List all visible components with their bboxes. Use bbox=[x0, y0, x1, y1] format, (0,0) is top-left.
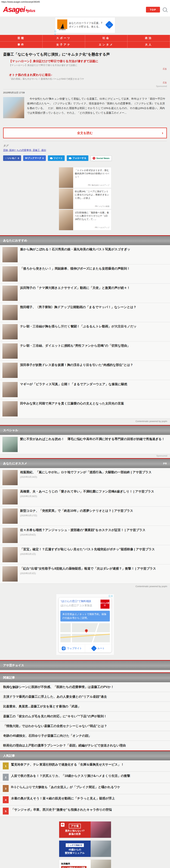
top-button[interactable]: TOP bbox=[146, 7, 160, 12]
article-list-item[interactable]: 服から胸がこぼれる！石川秀美の娘・薬丸玲美の極大バスト写真がスゴすぎッ bbox=[0, 245, 170, 265]
article-date: 2015年5月11日 17:59 bbox=[3, 91, 167, 94]
search-icon[interactable] bbox=[163, 7, 167, 12]
rank-badge: 5 bbox=[3, 808, 9, 814]
article-thumbnail bbox=[2, 470, 18, 485]
article-list-item[interactable]: 相葉雅紀、「嵐にしやがれ」ロケ地でファンが「迷惑行為」大騒動の一部始終 | アサ… bbox=[0, 468, 170, 487]
rank-badge: 3 bbox=[3, 785, 9, 792]
sponsored-ad-item[interactable]: 杉山愛(44)「ニベアに混ぜてシミに塗るだけなのよ」簡単すぎるシミ消し...が炎… bbox=[59, 188, 111, 209]
sponsored-ad-item[interactable]: 1日2回食後に「脂肪食べる菌」食べたら数日でガリガリに!?「1日16円だなんて.… bbox=[59, 210, 111, 230]
article-link[interactable]: 映画化の理由は上戸彩の濃厚ラブシーンか？「昼顔」続編がテレビで放送されない理由 bbox=[0, 741, 170, 750]
ranked-article[interactable]: 2 人前で夜の営みを！？沢尻エリカ、「18歳からクスリ漬け&ハメまくり生活」の衝… bbox=[0, 772, 170, 783]
text-ad-sub[interactable]: 「顔の黒垢」落ち方がヤバい！新発売の生バームがSNSで絶賛されるワケ bbox=[9, 78, 167, 81]
autobacs-word: AUTOBACS bbox=[57, 29, 67, 30]
tag-link[interactable]: 医師たちの恋愛事情 bbox=[9, 149, 33, 152]
twitter-bird-icon bbox=[69, 157, 72, 159]
facebook-like-button[interactable]: ☝ いいね！ 0 bbox=[3, 155, 21, 161]
hoken-logo: ほけんの窓口 bbox=[100, 600, 110, 609]
popin-credit: Contentmatic powered by popIn bbox=[0, 418, 170, 425]
article-list-item[interactable]: 深田恭子が妖艶ドレス姿を披露！胸の渓谷より目を引いた“肉感的な部位”とは？ bbox=[0, 361, 170, 380]
route-icon: → bbox=[91, 646, 97, 651]
ranked-article[interactable]: 1 鷲見玲奈アナ、テレ東退社秒読みで過激化する「生脚＆爆胸見せ大サービス」！ bbox=[0, 761, 170, 772]
map-image[interactable] bbox=[60, 623, 110, 642]
article-link[interactable]: 比嘉愛未、奥菜恵...斎藤工が女を落とす最強の「武器」 bbox=[0, 702, 170, 711]
nav-item[interactable]: エンタメ bbox=[85, 41, 128, 48]
article-thumbnail bbox=[2, 566, 18, 582]
ad-thumbnail bbox=[59, 167, 73, 188]
hatena-bookmark-button[interactable]: B!ブックマーク 0 bbox=[23, 155, 46, 161]
sponsored-ad-item[interactable]: 「トイレが必ず詰まります」飲む腸内洗浄で10年分の宿便がドババッ！ PR / 株… bbox=[59, 167, 111, 188]
article-list-item[interactable]: 佐々木希も唖然？アンジャッシュ・渡部建の“裏素顔”をホステスが証言！ | アサ芸… bbox=[0, 526, 170, 545]
nav-item[interactable]: 社会 bbox=[85, 35, 128, 41]
section-header: 関連記事 bbox=[0, 672, 170, 682]
adchoices-info-icon[interactable]: ⓘ bbox=[54, 30, 56, 33]
read-more-button[interactable]: 全文を読む › bbox=[3, 128, 167, 138]
text-ad-title[interactable]: 【マッハローン】身分証だけで即日で借りる方法が凄すぎて話題に bbox=[9, 59, 167, 63]
section-choice: アサ芸チョイス bbox=[0, 660, 170, 670]
site-header: Asagei + plus TOP bbox=[0, 4, 170, 17]
banner-hair-manual[interactable]: こっそり始める 40歳からの髪対策マニュアル bbox=[59, 840, 111, 857]
article-list-item[interactable]: マギーが「ピラティス写真」公開！「まるでアンダーウエア」な服装に騒然 bbox=[0, 380, 170, 399]
article-link[interactable]: 「情熱大陸」ではわからない斎藤工の全然セクシーじゃない“弱点”とは？ bbox=[0, 721, 170, 731]
nav-item[interactable]: 事件 bbox=[0, 41, 43, 48]
banner-mahjong[interactable]: 中 アサ雀 意外と知らない!?麻雀の世界 bbox=[59, 821, 111, 838]
ad-close-icon[interactable]: X bbox=[54, 33, 56, 36]
ranked-article[interactable]: 3 R-1ぐらんぷりで大惨敗も「あの女芸人」が「ブレイク間近」と囁かれるワケ bbox=[0, 783, 170, 794]
adchoices-info-icon[interactable]: ⓘ bbox=[109, 595, 111, 597]
social-news-button[interactable]: S Social News bbox=[90, 156, 112, 161]
map-ad-hoken[interactable]: ⓘ X “ほけんの窓口”で無料相談 ほけんの窓口アコス草加店 ほけんの窓口 本日… bbox=[56, 594, 114, 655]
text-ad-2[interactable]: オトナ肌の生まれ変わりに着目♪ 「顔の黒垢」落ち方がヤバい！新発売の生バームがS… bbox=[9, 73, 167, 81]
route-button[interactable]: → ルート bbox=[85, 644, 112, 653]
nav-item[interactable]: 大人 bbox=[127, 41, 170, 48]
ad-banner-text: 本日空席あり／ネットで簡単予約。保険の仕組み等からご説明。 bbox=[60, 611, 110, 621]
ad-headline[interactable]: “ほけんの窓口”で無料相談 bbox=[61, 600, 99, 603]
article-link[interactable]: 主演ドラマ爆死の斎藤工に浮上した、あの人妻女優との“リアル昼顔”過去 bbox=[0, 692, 170, 702]
article-list-item[interactable]: 「後ろから突きたい！」岡副麻希、猫伸びポーズにまたも妄想爆発の声殺到！ bbox=[0, 265, 170, 284]
ranked-article[interactable]: 5 「サンジャポ」卒業、西川史子“激痩せ”も指摘されたキャラ作りの苦悩 bbox=[0, 806, 170, 817]
site-logo[interactable]: Asagei + plus bbox=[3, 5, 36, 14]
banner-doctor[interactable]: 秋津壽男 オトコの悩みをズバリ回答 「どっち?」の健康学 bbox=[59, 860, 111, 868]
nav-item[interactable]: 政治 bbox=[127, 35, 170, 41]
article-link[interactable]: 斎藤工の「彼女のムダ毛を見た時の対応」に“キモい”“下品”の声が殺到！ bbox=[0, 712, 170, 721]
article-thumbnail bbox=[2, 437, 18, 452]
article-list-item[interactable]: 浜田翔子の「ナマ脚大開きエクササイズ」動画に「天使」と激賞の声が続々！ bbox=[0, 284, 170, 303]
text-ad-sub[interactable]: 【マッハローン】身分証だけで即日で借りる方法が凄すぎて話題に bbox=[9, 64, 167, 67]
section-header: アサ芸チョイス bbox=[0, 660, 170, 670]
article-list-item[interactable]: テレ朝・三谷紬が胸を揺らし汗だく奮闘！「ぶるるんトレ動画」が大注目モノだッ bbox=[0, 322, 170, 341]
tag-link[interactable]: 芸能 bbox=[3, 149, 9, 152]
section-special: スペシャル 髪に不安があればこれを読め！ 薄毛に悩む中高年の不満に対する専門家の… bbox=[0, 425, 170, 457]
text-ad-title[interactable]: オトナ肌の生まれ変わりに着目♪ bbox=[9, 73, 167, 77]
nav-item[interactable]: 芸能 bbox=[0, 35, 43, 41]
text-ad-1[interactable]: 【マッハローン】身分証だけで即日で借りる方法が凄すぎて話題に 【マッハローン】身… bbox=[9, 59, 167, 67]
nav-item[interactable]: 女子アナ bbox=[43, 41, 85, 48]
header-ad[interactable]: AUTOBACS あなたのカーライフを応援。Tポイントが貯まる。使える。 → ⓘ… bbox=[55, 17, 115, 33]
ad-title: 杉山愛(44)「ニベアに混ぜてシミに塗るだけなのよ」簡単すぎるシミ消し...が炎… bbox=[75, 190, 110, 200]
tag-link[interactable]: 斎藤工 bbox=[33, 149, 41, 152]
globe-icon bbox=[61, 646, 66, 650]
ad-arrow-icon[interactable]: → bbox=[105, 21, 113, 29]
tweet-button[interactable]: ツイート bbox=[48, 155, 65, 161]
tag-links: 芸能医師たちの恋愛事情斎藤工昼顔 bbox=[3, 149, 167, 152]
article-list-item[interactable]: 熊田曜子、〈男子禁制〉胸ドアップ公開動画の「まるでマッパ！」なシーンとは？ bbox=[0, 303, 170, 322]
ranked-article[interactable]: 4 水着の奥が見えそう！菜々緒の肌見せ動画に「チラっと見え」疑惑が浮上 bbox=[0, 794, 170, 806]
sponsored-content-ads: 「トイレが必ず詰まります」飲む腸内洗浄で10年分の宿便がドババッ！ PR / 株… bbox=[0, 165, 170, 235]
tag-link[interactable]: 昼顔 bbox=[41, 149, 46, 152]
ad-close-icon[interactable]: X bbox=[111, 595, 113, 597]
article-list-item[interactable]: 新型コロナ、「突然変異」で「終息10年」の悪夢シナリオとは？ | アサ芸プラス … bbox=[0, 506, 170, 526]
nav-item[interactable]: スポーツ bbox=[43, 35, 85, 41]
section-header: スペシャル bbox=[0, 425, 170, 435]
article-list-item[interactable]: 田中みな実と同期で局アナを貫く江藤愛の心の支えとなった太田光の言葉 bbox=[0, 399, 170, 418]
special-item[interactable]: 髪に不安があればこれを読め！ 薄毛に悩む中高年の不満に対する専門家の回答が的確で… bbox=[0, 435, 170, 454]
website-button[interactable]: ウェブサイト bbox=[59, 644, 85, 653]
article-list-item[interactable]: テレ朝・三谷紬、ダイエットに挑戦も“男性ファンから悲鳴”の「切実な理由」 bbox=[0, 341, 170, 361]
main-nav: 芸能スポーツ社会政治事件女子アナエンタメ大人 bbox=[0, 35, 170, 48]
article-thumbnail bbox=[2, 382, 18, 397]
article-link[interactable]: 奇跡の45歳独女、石田ゆり子が斎藤工に向けた「オンナの顔」 bbox=[0, 731, 170, 741]
banner-photo bbox=[91, 841, 111, 857]
follow-button[interactable]: フォローする bbox=[67, 155, 88, 161]
article-thumbnail bbox=[2, 363, 18, 378]
article-list-item[interactable]: 「至宝」確定！？広瀬すずが恥じらい見せた“バスト先端突起がポチッ”疑惑映像 | … bbox=[0, 545, 170, 564]
article-list-item[interactable]: 「紅白“出場”女性歌手ら8芸能人の薬物疑惑」報道で「次はダレが逮捕？」衝撃！ |… bbox=[0, 564, 170, 584]
article-link[interactable]: 執拗な触診シーンに医師が不快感、「医師たちの恋愛事情」は斎藤工のPVか！ bbox=[0, 682, 170, 692]
article-list-item[interactable]: 高橋愛、夫・あべこうじの「愛されて辛い」不満吐露にファン悲鳴&歯ぎしり！ | ア… bbox=[0, 487, 170, 506]
chevron-right-icon: › bbox=[162, 130, 163, 135]
